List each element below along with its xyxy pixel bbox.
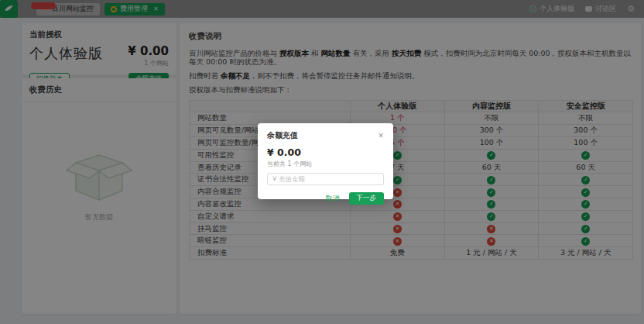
- recharge-amount-input[interactable]: [267, 173, 384, 185]
- next-step-button[interactable]: 下一步: [349, 192, 385, 205]
- modal-balance: ¥ 0.00: [267, 146, 384, 158]
- modal-close-icon[interactable]: ✕: [378, 132, 384, 140]
- modal-subtitle: 当前共 1 个网站: [267, 160, 384, 168]
- recharge-modal: 余额充值 ✕ ¥ 0.00 当前共 1 个网站 取消 下一步: [258, 123, 393, 199]
- page: ★ 百川网站监控 费用管理 ✕ ✓ 个人体验版 讨论区 ⚙ 当前授权 个人体验版…: [0, 0, 644, 324]
- modal-title: 余额充值: [267, 130, 298, 141]
- cancel-button[interactable]: 取消: [326, 194, 340, 204]
